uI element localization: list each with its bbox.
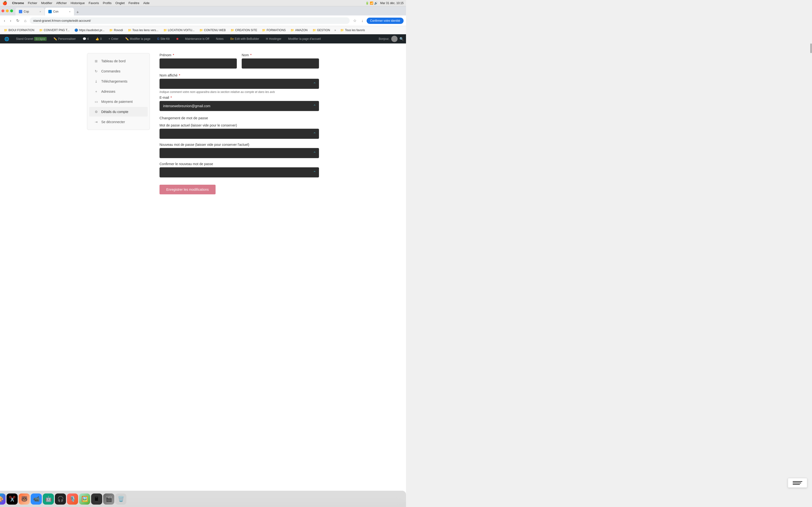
tab2-label: Con — [53, 10, 58, 13]
dock-canva[interactable]: 🎨 — [0, 494, 6, 502]
tab-2[interactable]: Con × — [45, 8, 74, 15]
menu-afficher[interactable]: Afficher — [56, 1, 67, 5]
nom-affiche-input[interactable] — [159, 79, 319, 89]
details-icon: ⚙ — [94, 110, 98, 114]
menu-favoris[interactable]: Favoris — [89, 1, 99, 5]
tab1-close[interactable]: × — [40, 10, 41, 13]
commandes-icon: ↻ — [94, 69, 98, 73]
password-current-input[interactable] — [159, 129, 319, 139]
url-bar[interactable] — [30, 17, 350, 24]
dock-traktor[interactable]: 🎧 — [55, 494, 66, 502]
forward-button[interactable]: › — [8, 18, 12, 24]
dock-chatgpt[interactable]: 🤖 — [43, 494, 54, 502]
menu-profils[interactable]: Profils — [103, 1, 111, 5]
password-current-wrapper: ⌃ — [159, 129, 319, 139]
bookmark-button[interactable]: ☆ — [352, 17, 358, 24]
wp-avatar[interactable] — [391, 36, 398, 42]
wp-site-name[interactable]: Stand Granet En ligne — [14, 36, 49, 42]
bookmark-1[interactable]: 📁 CONVERT PNG T... — [37, 28, 71, 33]
back-button[interactable]: ‹ — [2, 18, 6, 24]
bookmark-8[interactable]: 📁 FORMATIONS — [260, 28, 288, 33]
bookmark-7[interactable]: 📁 CREATION SITE — [229, 28, 259, 33]
dock-bear[interactable]: 🐻 — [18, 494, 30, 502]
bookmark-2[interactable]: 🔵 https://audiobot.pr... — [72, 28, 106, 33]
menu-modifier[interactable]: Modifier — [41, 1, 52, 5]
bookmark-1-label: CONVERT PNG T... — [44, 29, 69, 32]
sidebar-item-commandes[interactable]: ↻ Commandes — [89, 66, 148, 76]
password-confirm-group: Confirmer le nouveau mot de passe ⌃ — [159, 162, 319, 177]
maximize-window-btn[interactable] — [10, 9, 13, 12]
menu-aide[interactable]: Aide — [143, 1, 150, 5]
wp-likes-count[interactable]: 👍 0 — [94, 36, 104, 42]
wp-like-icon: 👍 — [95, 37, 99, 41]
bookmark-5[interactable]: 📁 LOCATION VOITU... — [161, 28, 197, 33]
menu-historique[interactable]: Historique — [70, 1, 85, 5]
bookmarks-overflow[interactable]: » — [333, 28, 338, 33]
apple-menu[interactable]: 🍎 — [2, 1, 7, 5]
home-button[interactable]: ⌂ — [23, 18, 28, 24]
app-name[interactable]: Chrome — [12, 1, 24, 5]
password-confirm-input[interactable] — [159, 167, 319, 177]
password-section-title: Changement de mot de passe — [159, 116, 319, 120]
dock-imovie[interactable]: 🎬 — [103, 494, 114, 502]
wp-comments-count[interactable]: 💬 4 — [81, 36, 91, 42]
dock-trash[interactable]: 🗑️ — [115, 494, 126, 502]
prenom-input[interactable] — [159, 58, 237, 68]
bookmark-3[interactable]: 📁 Rovodi — [107, 28, 125, 33]
sidebar-item-tableau[interactable]: ⊞ Tableau de bord — [89, 56, 148, 66]
bookmark-4[interactable]: 📁 Tous les liens vers... — [126, 28, 160, 33]
wp-personnaliser-icon: ✏️ — [53, 37, 57, 41]
menu-fenetre[interactable]: Fenêtre — [129, 1, 140, 5]
nom-required: * — [249, 53, 252, 57]
email-input[interactable] — [159, 101, 319, 111]
wp-search-icon[interactable]: 🔍 — [400, 37, 404, 41]
wp-maintenance[interactable]: Maintenance is Off — [183, 36, 211, 42]
wp-modifier-accueil[interactable]: Modifier la page d'accueil — [286, 36, 323, 42]
password-new-input[interactable] — [159, 148, 319, 158]
wp-elementor[interactable] — [174, 37, 180, 41]
sidebar-item-adresses[interactable]: + Adresses — [89, 87, 148, 96]
sidebar-item-paiement[interactable]: ▭ Moyens de paiement — [89, 97, 148, 107]
menu-onglet[interactable]: Onglet — [115, 1, 125, 5]
wp-personnaliser[interactable]: ✏️ Personnaliser — [51, 36, 78, 42]
tab2-close[interactable]: × — [69, 10, 70, 13]
close-window-btn[interactable] — [1, 9, 4, 12]
confirm-identity-button[interactable]: Confirmer votre identité — [367, 18, 404, 24]
nom-group: Nom * — [242, 53, 319, 68]
account-sidebar: ⊞ Tableau de bord ↻ Commandes ⤓ Téléchar… — [87, 53, 150, 130]
sidebar-item-telechargements[interactable]: ⤓ Téléchargements — [89, 76, 148, 86]
prenom-label: Prénom * — [159, 53, 237, 57]
wp-comment-icon: 💬 — [83, 37, 86, 41]
minimize-window-btn[interactable] — [6, 9, 9, 12]
bookmark-9[interactable]: 📁 AMAZON — [289, 28, 309, 33]
wp-be-builder[interactable]: Be Edit with BeBuilder — [229, 36, 261, 42]
dock-preview[interactable]: 🖼️ — [79, 494, 90, 502]
wp-hostinger[interactable]: H Hostinger — [264, 36, 283, 42]
bookmark-6[interactable]: 📁 CONTENU WEB — [197, 28, 227, 33]
new-tab-button[interactable]: + — [74, 9, 81, 15]
menu-fichier[interactable]: Fichier — [28, 1, 37, 5]
sidebar-item-details[interactable]: ⚙ Détails du compte — [89, 107, 148, 117]
wp-modifier-page[interactable]: ✏️ Modifier la page — [123, 36, 152, 42]
sidebar-item-deconnexion[interactable]: ⇥ Se déconnecter — [89, 117, 148, 127]
wp-creer[interactable]: + Créer — [107, 36, 120, 42]
bookmark-all-favorites[interactable]: 📁 Tous les favoris — [338, 28, 367, 33]
wp-logo[interactable]: 🌐 — [2, 36, 11, 42]
wp-notes[interactable]: Notes — [214, 36, 225, 42]
wp-site-kit[interactable]: G Site Kit — [155, 36, 171, 42]
bookmark-10[interactable]: 📁 GESTION — [311, 28, 332, 33]
nom-input[interactable] — [242, 58, 319, 68]
save-button[interactable]: Enregistrer les modifications — [159, 185, 215, 194]
bookmark-0[interactable]: 📁 BIOUI FORMATION — [2, 28, 36, 33]
nom-affiche-required: * — [178, 73, 180, 77]
dock-calculator[interactable]: 🖩 — [91, 494, 102, 502]
bookmark-2-label: https://audiobot.pr... — [79, 29, 104, 32]
extensions-button[interactable]: ↓ — [360, 18, 365, 24]
reload-button[interactable]: ↻ — [15, 17, 21, 24]
dock-capcut[interactable]: ✂️ — [6, 494, 18, 502]
tab-1[interactable]: Cop × — [15, 8, 45, 15]
nom-label: Nom * — [242, 53, 319, 57]
dock-mic[interactable]: 🎙️ — [67, 494, 78, 502]
dock-zoom[interactable]: 📹 — [31, 494, 42, 502]
wp-status-badge: En ligne — [34, 37, 47, 41]
